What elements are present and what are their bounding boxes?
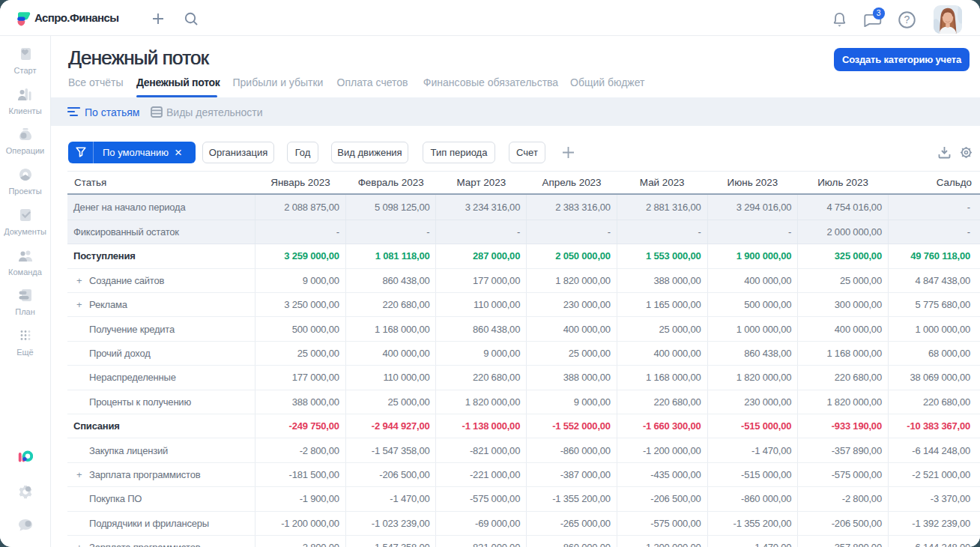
svg-text:?: ?: [904, 13, 910, 25]
